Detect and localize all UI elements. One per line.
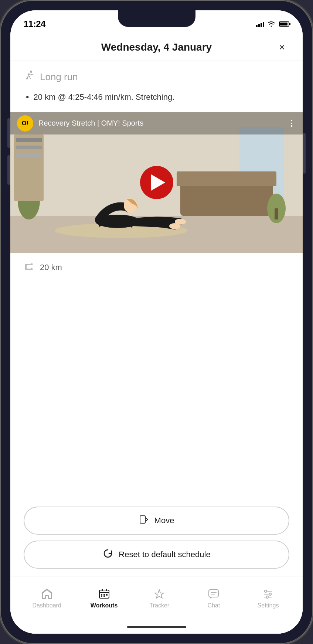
distance-icon <box>24 261 35 274</box>
bottom-nav: Dashboard Workouts <box>10 576 303 620</box>
svg-rect-30 <box>103 594 105 596</box>
svg-rect-6 <box>177 171 276 186</box>
play-button[interactable] <box>140 166 173 199</box>
svg-marker-34 <box>155 590 164 598</box>
video-overlay-bar: O! Recovery Stretch | OMY! Sports ⋮ <box>10 112 303 134</box>
home-bar <box>127 626 186 628</box>
svg-point-43 <box>266 596 268 598</box>
reset-button[interactable]: Reset to default schedule <box>24 541 289 569</box>
distance-value: 20 km <box>40 263 62 272</box>
move-label: Move <box>154 516 174 525</box>
video-title: Recovery Stretch | OMY! Sports <box>38 119 282 127</box>
battery-icon <box>279 21 289 27</box>
svg-rect-13 <box>16 153 42 157</box>
content-spacer <box>10 282 303 501</box>
distance-row: 20 km <box>10 253 303 282</box>
action-buttons: Move Reset to default schedule <box>10 501 303 576</box>
svg-rect-10 <box>14 134 44 201</box>
wifi-icon <box>267 21 275 27</box>
svg-rect-31 <box>106 594 108 596</box>
status-icons <box>256 21 289 27</box>
dashboard-icon <box>41 588 53 600</box>
nav-label-settings: Settings <box>258 602 279 609</box>
settings-icon <box>262 588 274 600</box>
svg-rect-11 <box>16 138 42 142</box>
svg-rect-32 <box>101 596 102 597</box>
signal-icon <box>256 21 264 27</box>
power-button <box>303 133 306 174</box>
phone-frame: 11:24 Wednesday <box>0 0 313 644</box>
home-indicator <box>10 620 303 634</box>
svg-point-22 <box>31 268 33 270</box>
video-more-icon[interactable]: ⋮ <box>288 119 296 128</box>
volume-down-button <box>7 155 10 185</box>
svg-rect-12 <box>16 146 42 149</box>
svg-rect-27 <box>106 589 107 591</box>
svg-rect-26 <box>102 589 103 591</box>
nav-label-chat: Chat <box>208 602 220 609</box>
play-triangle-icon <box>151 174 165 191</box>
bullet-point: • <box>26 91 29 103</box>
svg-point-39 <box>265 590 267 592</box>
channel-logo: O! <box>17 115 33 132</box>
chat-icon <box>208 588 220 600</box>
nav-item-chat[interactable]: Chat <box>195 585 232 612</box>
content-area: Long run • 20 km @ 4:25-4:46 min/km. Str… <box>10 61 303 634</box>
workout-section: Long run • 20 km @ 4:25-4:46 min/km. Str… <box>10 61 303 109</box>
nav-item-dashboard[interactable]: Dashboard <box>27 585 67 612</box>
status-time: 11:24 <box>24 19 45 29</box>
nav-item-tracker[interactable]: Tracker <box>141 585 178 612</box>
video-thumbnail[interactable]: O! Recovery Stretch | OMY! Sports ⋮ <box>10 112 303 253</box>
reset-label: Reset to default schedule <box>119 550 210 559</box>
workout-detail: • 20 km @ 4:25-4:46 min/km. Stretching. <box>24 91 289 103</box>
run-icon <box>24 70 35 84</box>
svg-rect-33 <box>103 596 105 597</box>
svg-point-0 <box>30 71 32 73</box>
workouts-icon <box>98 588 110 600</box>
video-container[interactable]: O! Recovery Stretch | OMY! Sports ⋮ <box>10 112 303 253</box>
svg-point-41 <box>269 593 271 595</box>
svg-rect-24 <box>140 516 145 523</box>
svg-rect-35 <box>209 590 218 597</box>
svg-rect-29 <box>101 594 102 596</box>
reset-icon <box>102 548 113 561</box>
nav-item-workouts[interactable]: Workouts <box>85 585 123 612</box>
workout-type-row: Long run <box>24 70 289 84</box>
close-icon: × <box>279 42 285 52</box>
move-icon <box>139 514 149 527</box>
workout-detail-text: 20 km @ 4:25-4:46 min/km. Stretching. <box>33 91 174 103</box>
notch <box>118 10 195 27</box>
tracker-icon <box>153 588 165 600</box>
page-title: Wednesday, 4 January <box>38 41 275 53</box>
nav-label-workouts: Workouts <box>91 602 118 609</box>
svg-rect-8 <box>275 208 278 219</box>
svg-point-18 <box>169 223 180 229</box>
workout-type-label: Long run <box>40 71 78 83</box>
page-header: Wednesday, 4 January × <box>10 33 303 61</box>
close-button[interactable]: × <box>275 40 289 55</box>
nav-label-tracker: Tracker <box>150 602 170 609</box>
volume-up-button <box>7 118 10 148</box>
nav-label-dashboard: Dashboard <box>33 602 61 609</box>
move-button[interactable]: Move <box>24 507 289 535</box>
nav-item-settings[interactable]: Settings <box>249 585 286 612</box>
phone-screen: 11:24 Wednesday <box>10 10 303 634</box>
svg-point-23 <box>31 263 33 265</box>
